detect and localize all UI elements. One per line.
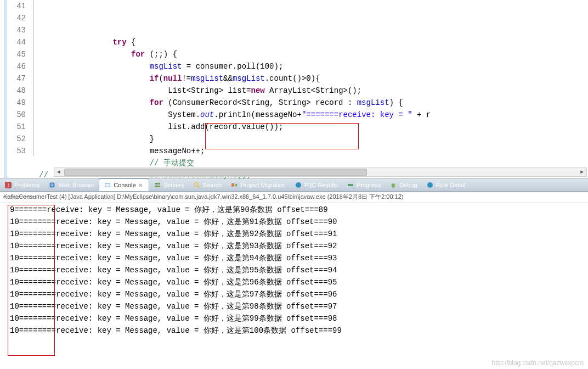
console-line: 10========receive: key = Message, value … bbox=[10, 264, 588, 276]
console-line: 10========receive: key = Message, value … bbox=[10, 252, 588, 264]
console-line: 10========receive: key = Message, value … bbox=[10, 325, 588, 337]
console-pane: KafkaConsumerTest (4) [Java Application]… bbox=[0, 192, 588, 369]
console-line: 10========receive: key = Message, value … bbox=[10, 288, 588, 300]
code-text-area[interactable]: try { for (;;) { msgList = consumer.poll… bbox=[38, 0, 588, 178]
scroll-right-arrow-icon[interactable]: ► bbox=[578, 168, 586, 176]
problems-icon: ! bbox=[4, 181, 12, 189]
process-path: merTest (4) [Java Application] D:\MyEcli… bbox=[36, 193, 404, 200]
scroll-left-arrow-icon[interactable]: ◄ bbox=[54, 168, 63, 176]
console-line: 10========receive: key = Message, value … bbox=[10, 276, 588, 288]
editor-left-gutter bbox=[0, 0, 4, 178]
tab-problems[interactable]: ! Problems bbox=[0, 178, 44, 191]
svg-text:!: ! bbox=[8, 182, 9, 188]
watermark-text: http://blog.csdn.net/qazwsxpcm bbox=[492, 359, 584, 367]
console-line: 10========receive: key = Message, value … bbox=[10, 216, 588, 228]
console-line: 9=======receive: key = Message, value = … bbox=[10, 204, 588, 216]
fold-gutter bbox=[30, 0, 38, 178]
scrollbar-thumb[interactable] bbox=[64, 169, 367, 176]
tab-label: Problems bbox=[14, 182, 39, 188]
console-line: 10========receive: key = Message, value … bbox=[10, 228, 588, 240]
console-process-header: KafkaConsumerTest (4) [Java Application]… bbox=[0, 192, 588, 203]
code-editor-pane: 41424344454647484950515253 try { for (;;… bbox=[0, 0, 588, 178]
terminated-label: KafkaConsu bbox=[3, 193, 36, 200]
console-line: 10========receive: key = Message, value … bbox=[10, 300, 588, 312]
console-line: 10========receive: key = Message, value … bbox=[10, 240, 588, 252]
console-line: 10========receive: key = Message, value … bbox=[10, 312, 588, 325]
editor-horizontal-scrollbar[interactable]: ◄ ► bbox=[54, 167, 587, 177]
line-number-gutter: 41424344454647484950515253 bbox=[7, 0, 30, 178]
console-output[interactable]: 9=======receive: key = Message, value = … bbox=[0, 203, 588, 338]
